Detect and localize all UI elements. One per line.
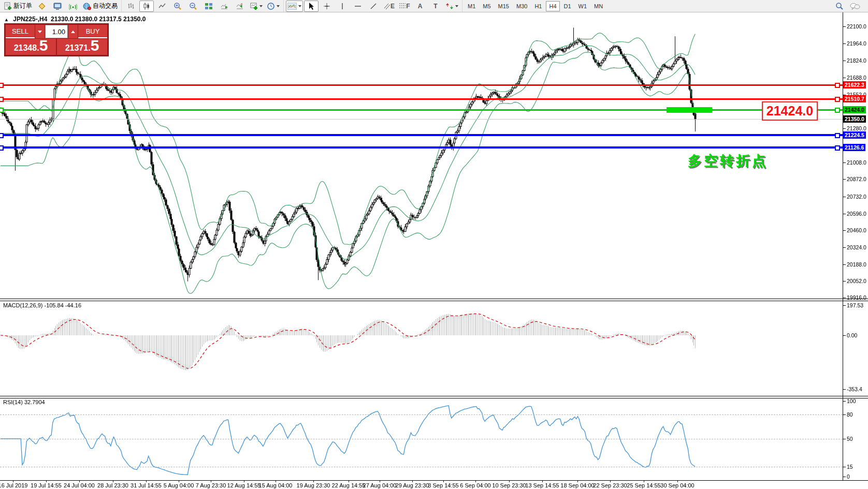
price-tag: 21126.6 [843,144,865,151]
zoom-out-icon [189,2,197,10]
timeframe-w1-button[interactable]: W1 [575,1,590,11]
line-right-handle[interactable] [835,108,840,113]
equidistant-channel-button[interactable]: E [382,1,396,12]
time-axis-label: 6 Sep 04:00 [460,482,490,488]
axis-tick-label: 19916.0 [847,294,866,301]
time-axis-tick [179,480,179,482]
rsi-gridline [0,414,843,415]
time-axis-label: 3 Sep 14:55 [428,482,458,488]
chat-button[interactable] [848,1,862,12]
axis-tick [843,179,846,180]
resistance-line-21510[interactable] [0,98,843,100]
sell-button[interactable]: SELL [6,25,35,38]
time-axis-label: 22 Sep 23:30 [593,482,627,488]
auto-scroll-button[interactable] [217,1,232,12]
fibonacci-button[interactable]: F [397,1,412,12]
candlestick-chart-button[interactable] [139,1,154,12]
time-axis-label: 24 Jul 04:00 [64,482,95,488]
signals-button[interactable] [66,1,80,12]
line-left-handle[interactable] [0,133,4,138]
axis-tick-label: 0.00 [847,332,857,338]
timeframe-h4-button[interactable]: H4 [546,1,559,11]
axis-tick [843,197,846,197]
chart-shift-button[interactable] [233,1,247,12]
buy-price[interactable]: 21371.5 [57,39,107,55]
zoom-out-button[interactable] [186,1,200,12]
vertical-line-button[interactable] [335,1,350,12]
time-axis-label: 25 Sep 14:55 [627,482,660,488]
new-chart-icon [250,2,258,10]
timeframe-m15-button[interactable]: M15 [495,1,512,11]
new-order-button[interactable]: 新订单 [2,1,34,12]
rsi-panel-separator[interactable] [0,396,868,398]
crosshair-button[interactable] [320,1,334,12]
macd-panel-separator[interactable] [0,299,868,301]
horizontal-line-button[interactable] [351,1,365,12]
price-annotation-box[interactable]: 21424.0 [762,101,818,121]
new-chart-button[interactable] [248,1,264,12]
bar-chart-button[interactable] [124,1,138,12]
timeframe-m30-button[interactable]: M30 [513,1,530,11]
turning-point-note[interactable]: 多空转折点 [688,152,768,170]
toolbar-group-timeframes: M1M5M15M30H1H4D1W1MN [462,0,608,12]
zoom-in-button[interactable] [170,1,185,12]
rsi-gridline [0,439,843,439]
collapse-arrow-icon[interactable]: ▲ [4,17,9,22]
line-left-handle[interactable] [0,145,4,151]
axis-tick-label: 20188.0 [847,261,866,268]
line-left-handle[interactable] [0,108,4,113]
line-left-handle[interactable] [0,97,4,102]
line-right-handle[interactable] [835,133,840,138]
signal-icon [69,2,77,10]
timeframe-m1-button[interactable]: M1 [465,1,479,11]
resistance-line-21622[interactable] [0,84,843,86]
text-label-button[interactable]: T [428,1,443,12]
time-axis-tick [677,480,678,482]
timeframe-m5-button[interactable]: M5 [480,1,494,11]
time-axis-tick [577,480,578,482]
line-chart-button[interactable] [155,1,169,12]
current-price-line[interactable] [0,119,843,120]
line-right-handle[interactable] [835,97,840,102]
text-button[interactable]: A [413,1,427,12]
time-axis-line [0,480,868,481]
tile-windows-button[interactable] [201,1,216,12]
time-axis-label: 22 Aug 14:55 [332,482,366,488]
trendline-button[interactable] [366,1,381,12]
chart-type-combo[interactable] [286,1,303,12]
cursor-button[interactable] [304,1,319,12]
ohlc-values: 21330.0 21380.0 21317.5 21350.0 [51,16,146,23]
candlestick-plot[interactable] [0,0,868,489]
time-axis-label: 13 Sep 14:55 [525,482,559,488]
highlight-bar-object[interactable] [667,107,712,113]
support-line-21126[interactable] [0,146,843,149]
volume-input[interactable]: 1.00 [45,25,68,38]
axis-tick-label: 21964.0 [847,40,866,47]
mini-chart-icon [287,3,297,10]
time-axis-tick [542,480,543,482]
support-line-21224[interactable] [0,134,843,136]
sell-price-main: 21348 [14,43,37,53]
line-left-handle[interactable] [0,83,4,88]
linechart-icon [158,2,166,10]
timeframe-d1-button[interactable]: D1 [561,1,574,11]
auto-trading-button[interactable]: 自动交易 [81,1,119,12]
time-axis-label: 19 Jul 14:55 [31,482,62,488]
pivot-line-21424[interactable] [0,109,843,111]
arrows-button[interactable] [444,1,460,12]
line-right-handle[interactable] [835,83,840,88]
sell-price[interactable]: 21348.5 [6,39,56,55]
line-right-handle[interactable] [835,145,840,151]
charts-window-button[interactable] [50,1,65,12]
time-axis-tick [475,480,476,482]
search-button[interactable] [832,1,847,12]
timeframe-h1-button[interactable]: H1 [531,1,545,11]
volume-increase-button[interactable] [68,25,78,38]
timeframe-mn-button[interactable]: MN [591,1,606,11]
time-axis-tick [380,480,380,482]
axis-tick-label: 21280.0 [847,125,866,131]
axis-tick [843,26,846,27]
market-button[interactable] [35,1,49,12]
periods-button[interactable] [265,1,281,12]
axis-tick-label: 197.53 [847,302,863,308]
